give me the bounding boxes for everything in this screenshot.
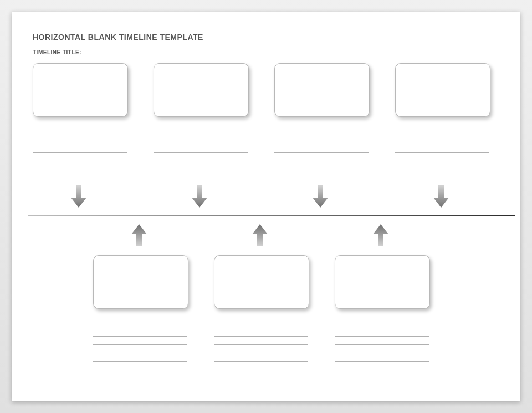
timeline-card-bottom-3[interactable] (335, 255, 430, 309)
timeline-notes-top-4[interactable] (395, 128, 489, 169)
timeline-axis (28, 215, 515, 216)
timeline-notes-bottom-1[interactable] (93, 320, 187, 362)
note-line (214, 345, 308, 353)
note-line (33, 153, 127, 161)
note-line (274, 136, 369, 144)
document-page: HORIZONTAL BLANK TIMELINE TEMPLATE TIMEL… (12, 12, 520, 401)
timeline-notes-top-3[interactable] (274, 128, 369, 169)
note-line (395, 153, 489, 161)
timeline-card-bottom-1[interactable] (93, 255, 188, 309)
note-line (33, 144, 127, 153)
note-line (93, 345, 187, 353)
arrow-down-icon (313, 185, 328, 208)
note-line (274, 161, 369, 169)
arrow-up-icon (131, 224, 147, 246)
timeline-card-bottom-2[interactable] (214, 255, 309, 309)
note-line (93, 337, 187, 345)
timeline-card-top-2[interactable] (154, 63, 249, 117)
note-line (33, 161, 127, 169)
arrow-down-icon (433, 185, 449, 208)
note-line (214, 328, 308, 337)
note-line (335, 345, 429, 353)
timeline-title-label: TIMELINE TITLE: (33, 49, 81, 55)
note-line (93, 328, 187, 337)
note-line (274, 153, 369, 161)
note-line (395, 161, 489, 169)
note-line (335, 353, 429, 362)
timeline-notes-top-1[interactable] (33, 128, 127, 169)
note-line (335, 328, 429, 337)
note-line (33, 136, 127, 144)
note-line (93, 353, 187, 362)
timeline-notes-bottom-2[interactable] (214, 320, 308, 362)
note-line (335, 320, 429, 328)
note-line (154, 161, 248, 169)
page-title: HORIZONTAL BLANK TIMELINE TEMPLATE (33, 33, 203, 42)
note-line (395, 128, 489, 136)
note-line (154, 128, 248, 136)
timeline-card-top-3[interactable] (274, 63, 370, 117)
note-line (154, 144, 248, 153)
note-line (93, 320, 187, 328)
note-line (274, 144, 369, 153)
note-line (274, 128, 369, 136)
arrow-up-icon (373, 224, 388, 246)
note-line (214, 337, 308, 345)
timeline-card-top-4[interactable] (395, 63, 490, 117)
arrow-down-icon (192, 185, 207, 208)
timeline-card-top-1[interactable] (33, 63, 128, 117)
note-line (395, 136, 489, 144)
note-line (154, 136, 248, 144)
timeline-notes-bottom-3[interactable] (335, 320, 429, 362)
note-line (214, 320, 308, 328)
arrow-up-icon (252, 224, 268, 246)
note-line (33, 128, 127, 136)
note-line (154, 153, 248, 161)
arrow-down-icon (71, 185, 86, 208)
note-line (214, 353, 308, 362)
note-line (395, 144, 489, 153)
note-line (335, 337, 429, 345)
timeline-notes-top-2[interactable] (154, 128, 248, 169)
